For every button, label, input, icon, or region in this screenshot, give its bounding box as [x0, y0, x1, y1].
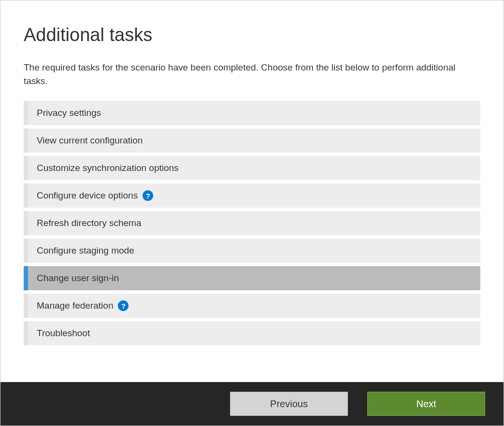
- page-title: Additional tasks: [24, 25, 480, 45]
- previous-button[interactable]: Previous: [230, 392, 348, 416]
- task-label: Refresh directory schema: [28, 218, 141, 228]
- task-item-manage-federation[interactable]: Manage federation?: [24, 294, 480, 318]
- accent-bar: [24, 266, 28, 290]
- task-label: Configure device options: [28, 190, 138, 201]
- task-label: Troubleshoot: [28, 328, 90, 339]
- next-button[interactable]: Next: [367, 392, 485, 416]
- task-item-troubleshoot[interactable]: Troubleshoot: [24, 321, 480, 345]
- task-label: Configure staging mode: [28, 245, 134, 256]
- help-icon[interactable]: ?: [143, 190, 153, 201]
- task-label: Change user sign-in: [28, 273, 119, 284]
- accent-bar: [24, 101, 28, 125]
- main-content: Additional tasks The required tasks for …: [0, 0, 504, 345]
- footer-bar: Previous Next: [0, 382, 504, 426]
- task-item-customize-synchronization-options[interactable]: Customize synchronization options: [24, 156, 480, 180]
- task-item-refresh-directory-schema[interactable]: Refresh directory schema: [24, 211, 480, 235]
- task-item-configure-staging-mode[interactable]: Configure staging mode: [24, 239, 480, 263]
- task-item-privacy-settings[interactable]: Privacy settings: [24, 101, 480, 125]
- accent-bar: [24, 128, 28, 153]
- task-list: Privacy settingsView current configurati…: [24, 101, 480, 345]
- accent-bar: [24, 321, 28, 345]
- task-label: Privacy settings: [28, 108, 101, 118]
- help-icon[interactable]: ?: [118, 300, 129, 311]
- task-item-view-current-configuration[interactable]: View current configuration: [24, 128, 480, 153]
- accent-bar: [24, 184, 28, 208]
- accent-bar: [24, 239, 28, 263]
- task-label: View current configuration: [28, 135, 143, 146]
- task-item-configure-device-options[interactable]: Configure device options?: [24, 184, 480, 208]
- task-label: Customize synchronization options: [28, 163, 179, 173]
- page-description: The required tasks for the scenario have…: [24, 61, 480, 87]
- task-item-change-user-sign-in[interactable]: Change user sign-in: [24, 266, 480, 290]
- task-label: Manage federation: [28, 300, 113, 311]
- accent-bar: [24, 156, 28, 180]
- accent-bar: [24, 294, 28, 318]
- accent-bar: [24, 211, 28, 235]
